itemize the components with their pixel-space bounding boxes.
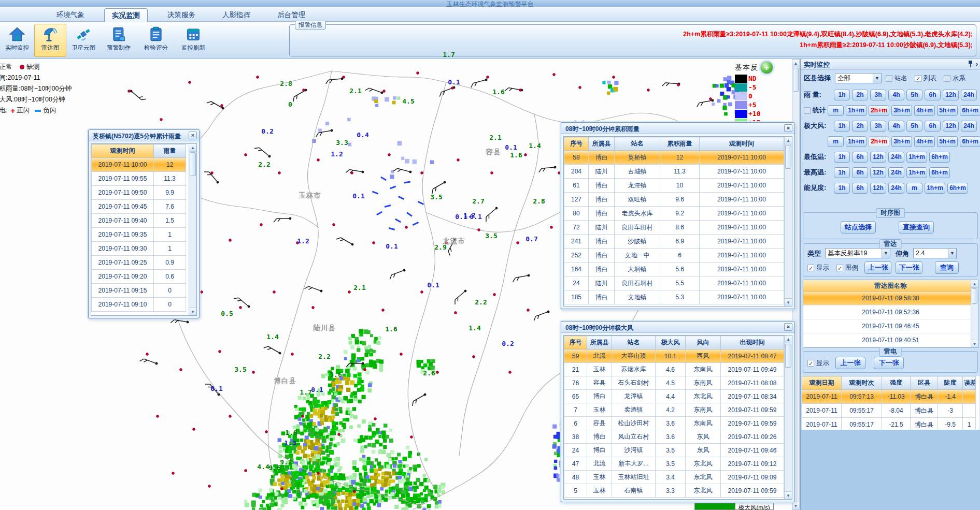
- scrollbar-thumb[interactable]: [972, 288, 977, 304]
- scroll-up-icon[interactable]: ▲: [785, 336, 792, 343]
- dialog-scrollbar[interactable]: ▲ ▼: [189, 144, 196, 315]
- radar-show-checkbox[interactable]: [807, 265, 814, 271]
- close-icon[interactable]: ×: [784, 124, 792, 132]
- checkbox-站名[interactable]: [886, 75, 892, 82]
- period-button-4h+m[interactable]: 4h+m: [914, 136, 935, 147]
- period-button-1h[interactable]: 1h: [834, 167, 850, 178]
- column-header[interactable]: 序号: [564, 137, 589, 151]
- period-button-12h[interactable]: 12h: [870, 152, 886, 163]
- table-row[interactable]: 2019-07-11 09:457.6: [92, 200, 186, 214]
- column-header[interactable]: 观测时间: [92, 144, 154, 158]
- table-row[interactable]: 24陆川良田石垌村5.52019-07-11 10:00: [564, 276, 784, 290]
- column-header[interactable]: 观测日期: [802, 376, 842, 390]
- table-row[interactable]: 6容县松山沙田村3.6东南风2019-07-11 09:59: [564, 417, 784, 430]
- radar-type-combobox[interactable]: 基本反射率19 ▼: [825, 248, 890, 258]
- column-header[interactable]: 雨量: [154, 144, 186, 158]
- period-button-4h[interactable]: 4h: [888, 90, 904, 100]
- accum-rain-dialog[interactable]: 08时~10时00分钟累积雨量 × 序号所属县站名累积雨量观测时间58博白英桥镇…: [561, 122, 795, 309]
- column-header[interactable]: 所属县: [587, 336, 612, 349]
- period-button-12h[interactable]: 12h: [943, 121, 959, 132]
- period-button-6h+m[interactable]: 6h+m: [947, 183, 968, 194]
- table-row[interactable]: 2019-07-11 09:250.9: [92, 256, 186, 270]
- period-button-6h+m[interactable]: 6h+m: [960, 105, 980, 116]
- period-button-5h+m[interactable]: 5h+m: [937, 105, 958, 116]
- radar-image-item[interactable]: 2019-07-11 09:52:36: [803, 305, 978, 319]
- table-row[interactable]: 2019-07-11 09:5511.3: [92, 172, 186, 186]
- period-button-m[interactable]: m: [828, 136, 844, 147]
- legend-add-button[interactable]: +: [760, 61, 773, 74]
- period-button-5h+m[interactable]: 5h+m: [937, 136, 958, 147]
- radar-image-item[interactable]: 2019-07-11 09:58:30: [803, 292, 978, 305]
- list-scrollbar[interactable]: ▲ ▼: [971, 280, 978, 347]
- scrollbar-thumb[interactable]: [793, 68, 799, 92]
- period-button-3h+m[interactable]: 3h+m: [891, 136, 912, 147]
- extreme-wind-dialog[interactable]: 08时~10时00分钟极大风 × 序号所属县站名极大风风向出现时间59北流大容山…: [561, 321, 795, 502]
- radar-image-item[interactable]: 2019-07-11 09:46:45: [803, 319, 978, 333]
- period-button-1h+m[interactable]: 1h+m: [906, 152, 927, 163]
- station-select-button[interactable]: 站点选择: [841, 221, 876, 234]
- period-button-2h+m[interactable]: 2h+m: [869, 105, 889, 116]
- column-header[interactable]: 误差: [963, 376, 976, 390]
- table-row[interactable]: 2019-07-1109:57:13-11.03博白县-1.4: [802, 390, 976, 404]
- period-button-6h[interactable]: 6h: [925, 121, 941, 132]
- period-button-1h[interactable]: 1h: [834, 152, 850, 163]
- table-row[interactable]: 2019-07-11 10:0012: [92, 158, 186, 172]
- period-button-1h[interactable]: 1h: [834, 183, 850, 194]
- period-button-3h+m[interactable]: 3h+m: [891, 105, 912, 116]
- table-row[interactable]: 252博白文地一中62019-07-11 10:00: [564, 249, 784, 263]
- dialog-titlebar[interactable]: 英桥镇(N5702)逐5分钟累计雨量 ×: [89, 130, 199, 141]
- period-button-m[interactable]: m: [906, 183, 922, 194]
- period-button-6h+m[interactable]: 6h+m: [929, 152, 950, 163]
- table-row[interactable]: 59北流大容山顶10.1西风2019-07-11 08:47: [564, 349, 784, 363]
- period-button-1h[interactable]: 1h: [834, 121, 850, 132]
- period-button-24h[interactable]: 24h: [961, 90, 977, 100]
- table-row[interactable]: 48玉林玉林站旧址3.4东北风2019-07-11 09:09: [564, 471, 784, 484]
- table-row[interactable]: 185博白文地镇5.32019-07-11 10:00: [564, 290, 784, 304]
- scroll-down-icon[interactable]: ▼: [785, 298, 792, 306]
- period-button-2h[interactable]: 2h: [852, 121, 868, 132]
- scroll-up-icon[interactable]: ▲: [792, 60, 799, 67]
- table-row[interactable]: 58博白英桥镇122019-07-11 10:00: [564, 151, 784, 165]
- chevron-down-icon[interactable]: ▼: [882, 249, 890, 258]
- period-button-5h[interactable]: 5h: [906, 90, 922, 100]
- station-rain-dialog[interactable]: 英桥镇(N5702)逐5分钟累计雨量 × 观测时间雨量2019-07-11 10…: [88, 129, 200, 318]
- column-header[interactable]: 累积雨量: [660, 137, 700, 151]
- checkbox-列表[interactable]: [915, 75, 921, 82]
- radar-angle-combobox[interactable]: 2.4 ▼: [913, 248, 957, 258]
- table-row[interactable]: 65博白龙潭镇4.4东北风2019-07-11 08:34: [564, 390, 784, 403]
- period-button-6h+m[interactable]: 6h+m: [929, 167, 950, 178]
- column-header[interactable]: 极大风: [656, 336, 686, 349]
- scrollbar-thumb[interactable]: [190, 152, 196, 176]
- table-row[interactable]: 80博白老虎头水库9.22019-07-11 10:00: [564, 207, 784, 221]
- column-header[interactable]: 站名: [615, 137, 660, 151]
- collapse-arrow-icon[interactable]: ›: [976, 60, 978, 68]
- period-button-1h[interactable]: 1h: [834, 90, 850, 100]
- column-header[interactable]: 强度: [882, 376, 911, 390]
- table-row[interactable]: 47北流新丰大罗...3.5东北风2019-07-11 09:12: [564, 457, 784, 471]
- period-button-1h+m[interactable]: 1h+m: [925, 183, 945, 194]
- table-row[interactable]: 21玉林苏烟水库4.6东南风2019-07-11 09:49: [564, 363, 784, 376]
- period-button-6h[interactable]: 6h: [852, 167, 868, 178]
- table-row[interactable]: 2019-07-11 09:351: [92, 228, 186, 242]
- dialog-scrollbar[interactable]: ▲ ▼: [784, 137, 792, 306]
- period-button-24h[interactable]: 24h: [888, 152, 904, 163]
- column-header[interactable]: 所属县: [589, 137, 615, 151]
- stat-checkbox[interactable]: [804, 107, 811, 114]
- period-button-6h[interactable]: 6h: [852, 183, 868, 194]
- dialog-titlebar[interactable]: 08时~10时00分钟极大风 ×: [561, 322, 794, 333]
- table-row[interactable]: 2019-07-11 09:401.5: [92, 214, 186, 228]
- table-row[interactable]: 2019-07-11 09:301: [92, 242, 186, 256]
- table-row[interactable]: 5玉林石南镇3.3东北风2019-07-11 09:59: [564, 484, 784, 498]
- scroll-up-icon[interactable]: ▲: [785, 137, 792, 144]
- scroll-down-icon[interactable]: ▼: [792, 502, 799, 509]
- period-button-1h+m[interactable]: 1h+m: [906, 167, 927, 178]
- table-row[interactable]: 2019-07-11 09:150: [92, 284, 186, 298]
- scroll-down-icon[interactable]: ▼: [189, 308, 196, 315]
- table-row[interactable]: 2019-07-11 09:509.9: [92, 186, 186, 200]
- period-button-2h+m[interactable]: 2h+m: [869, 136, 889, 147]
- checkbox-水系[interactable]: [944, 75, 950, 82]
- radar-next-button[interactable]: 下一张: [896, 261, 922, 274]
- radar-image-item[interactable]: 2019-07-11 09:40:51: [803, 333, 978, 347]
- close-icon[interactable]: ×: [784, 323, 792, 331]
- period-button-3h[interactable]: 3h: [870, 90, 886, 100]
